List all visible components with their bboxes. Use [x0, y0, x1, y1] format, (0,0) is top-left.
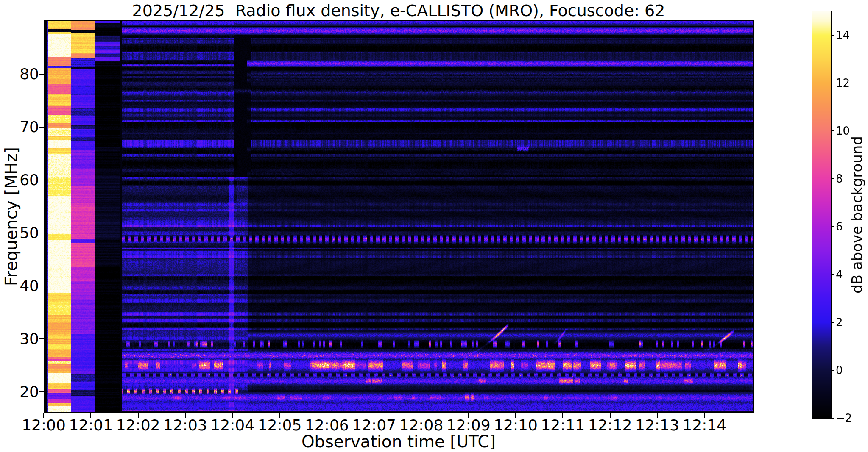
- colorbar-tick-mark: [831, 418, 834, 419]
- colorbar-tick-label: −2: [836, 412, 852, 424]
- y-tick-mark: [39, 338, 44, 339]
- colorbar-tick-label: 14: [836, 29, 850, 41]
- colorbar-tick-mark: [831, 178, 834, 179]
- x-axis-label: Observation time [UTC]: [44, 432, 754, 451]
- y-tick-label: 30: [3, 331, 39, 347]
- colorbar-label: dB above background: [848, 136, 865, 294]
- y-axis-label: Frequency [MHz]: [2, 147, 21, 286]
- colorbar-tick-mark: [831, 35, 834, 36]
- y-tick-mark: [39, 74, 44, 75]
- colorbar-tick-label: 8: [836, 173, 843, 185]
- colorbar-tick-mark: [831, 274, 834, 275]
- y-tick-mark: [39, 127, 44, 128]
- colorbar-tick-label: 12: [836, 77, 850, 89]
- y-tick-label: 70: [3, 119, 39, 135]
- y-tick-mark: [39, 233, 44, 233]
- y-tick-mark: [39, 180, 44, 180]
- colorbar-tick-mark: [831, 226, 834, 227]
- colorbar-gradient: [812, 11, 831, 418]
- x-tick-label: 12:14: [675, 416, 734, 434]
- y-tick-mark: [39, 391, 44, 392]
- colorbar-tick-mark: [831, 322, 834, 323]
- colorbar-tick-mark: [831, 370, 834, 371]
- spectrogram-heatmap: [44, 20, 754, 413]
- colorbar-tick-label: 2: [836, 316, 843, 328]
- y-tick-label: 20: [3, 384, 39, 400]
- spectrogram-figure: 2025/12/25 Radio flux density, e-CALLIST…: [0, 0, 868, 452]
- y-tick-label: 80: [3, 66, 39, 82]
- colorbar-tick-label: 6: [836, 221, 843, 233]
- colorbar-tick-mark: [831, 83, 834, 83]
- colorbar-tick-label: 0: [836, 364, 843, 376]
- y-tick-mark: [39, 286, 44, 286]
- colorbar-tick-label: 10: [836, 125, 850, 137]
- colorbar-tick-label: 4: [836, 269, 843, 280]
- plot-title: 2025/12/25 Radio flux density, e-CALLIST…: [44, 1, 754, 20]
- colorbar-tick-mark: [831, 130, 834, 131]
